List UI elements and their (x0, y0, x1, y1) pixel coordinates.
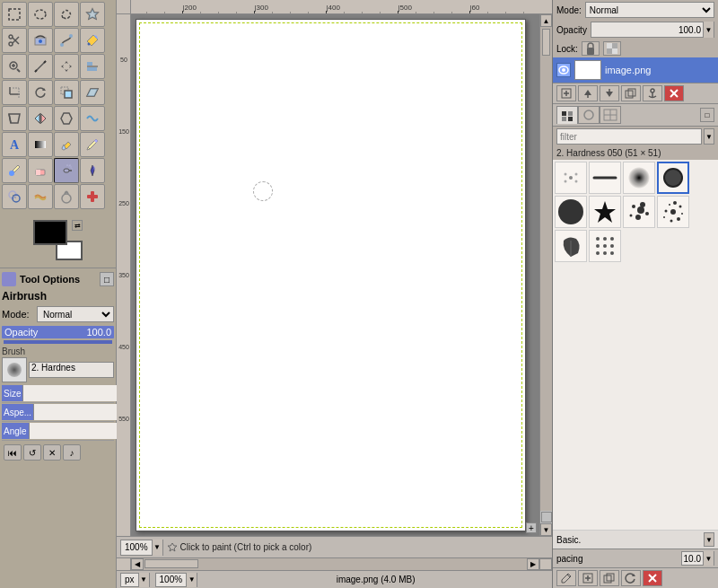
brush-cell-7[interactable] (623, 196, 655, 228)
to-reset-btn[interactable]: ⏮ (4, 444, 22, 461)
brush-preview[interactable] (2, 357, 27, 382)
layers-opacity-arrow[interactable]: ▼ (703, 22, 714, 38)
brush-edit-btn[interactable] (556, 570, 576, 586)
tool-perspective[interactable] (2, 106, 27, 131)
brush-tab-pattern[interactable] (600, 106, 621, 124)
swap-colors[interactable]: ⇄ (72, 220, 83, 231)
layer-item[interactable]: image.png (553, 57, 718, 83)
layer-duplicate-btn[interactable] (621, 85, 641, 101)
tool-ellipse-select[interactable] (28, 2, 53, 27)
layers-mode-select[interactable]: Normal Dissolve Multiply (585, 2, 714, 18)
h-scroll-track[interactable] (144, 558, 527, 570)
tool-move[interactable] (54, 54, 79, 79)
tool-eraser[interactable] (28, 158, 53, 183)
tool-heal[interactable] (80, 184, 105, 209)
mode-select[interactable]: Normal Dissolve Multiply (37, 306, 114, 322)
fg-color-swatch[interactable] (33, 220, 67, 245)
brush-cell-2[interactable] (589, 162, 621, 194)
unit-selector[interactable]: px ▼ (120, 573, 150, 587)
brush-filter-dropdown[interactable]: ▼ (704, 128, 714, 145)
to-refresh-btn[interactable]: ↺ (23, 444, 41, 461)
tool-dodge[interactable] (54, 184, 79, 209)
layer-anchor-btn[interactable] (643, 85, 662, 101)
tool-fuzzy-select[interactable] (80, 2, 105, 27)
brush-cell-4[interactable] (657, 162, 689, 194)
tool-clone[interactable] (2, 184, 27, 209)
layer-new-btn[interactable] (556, 85, 576, 101)
scrollbar-resize[interactable] (541, 512, 552, 522)
unit-dropdown[interactable]: ▼ (138, 573, 149, 587)
h-scroll-left-btn[interactable]: ◀ (131, 558, 144, 570)
opacity-row[interactable]: Opacity 100.0 (2, 326, 114, 338)
brush-filter-input[interactable] (556, 128, 702, 145)
tool-shear[interactable] (80, 80, 105, 105)
tool-zoom[interactable] (2, 54, 27, 79)
tool-ink[interactable] (80, 158, 105, 183)
spacing-field[interactable]: 10.0 ▼ (681, 551, 714, 566)
layers-opacity-field[interactable]: 100.0 ▼ (591, 22, 714, 38)
tool-lasso[interactable] (54, 2, 79, 27)
zoom-footer-dropdown[interactable]: ▼ (186, 573, 197, 587)
zoom-dropdown-btn[interactable]: ▼ (152, 540, 162, 556)
tool-bucket[interactable] (54, 132, 79, 157)
svg-point-125 (565, 173, 567, 176)
zoom-display[interactable]: 100% ▼ (120, 540, 163, 556)
tool-options-collapse-btn[interactable]: □ (100, 272, 114, 286)
h-scroll-right-btn[interactable]: ▶ (527, 558, 539, 570)
lock-pixels-btn[interactable] (582, 41, 600, 56)
scrollbar-thumb[interactable] (542, 29, 550, 56)
svg-point-120 (584, 110, 593, 119)
canvas-wrapper[interactable]: + (131, 14, 539, 536)
tool-foreground-select[interactable] (28, 28, 53, 53)
brush-duplicate-btn[interactable] (600, 570, 619, 586)
layer-delete-btn[interactable] (664, 85, 684, 101)
tool-flip[interactable] (28, 106, 53, 131)
tool-warp[interactable] (80, 106, 105, 131)
layer-up-btn[interactable] (578, 85, 598, 101)
tool-pencil[interactable] (80, 132, 105, 157)
to-delete-btn[interactable]: ✕ (43, 444, 61, 461)
tool-measure[interactable] (28, 54, 53, 79)
brush-name-field[interactable]: 2. Hardnes (29, 362, 114, 378)
brush-tab-all[interactable] (556, 106, 578, 124)
tool-smudge[interactable] (28, 184, 53, 209)
layer-visibility-btn[interactable] (556, 63, 571, 77)
tool-scale[interactable] (54, 80, 79, 105)
tool-rect-select[interactable] (2, 2, 27, 27)
brush-cell-6[interactable] (589, 196, 621, 228)
tool-paintbrush[interactable] (2, 158, 27, 183)
to-save-btn[interactable]: ♪ (63, 444, 81, 461)
tool-paths[interactable] (54, 28, 79, 53)
brush-cell-9[interactable] (555, 230, 587, 262)
lock-alpha-btn[interactable] (603, 41, 621, 56)
spacing-arrow[interactable]: ▼ (703, 551, 714, 566)
brush-cell-3[interactable] (623, 162, 655, 194)
brush-category-dropdown[interactable]: ▼ (704, 532, 714, 547)
tool-cage[interactable] (54, 106, 79, 131)
scrollbar-right[interactable]: ▲ ▼ (539, 14, 552, 536)
brush-cell-5[interactable] (555, 196, 587, 228)
brush-delete-btn[interactable] (643, 570, 662, 586)
brush-panel-expand[interactable]: □ (700, 108, 714, 122)
scrollbar-track[interactable] (540, 27, 552, 511)
tool-color-picker[interactable] (80, 28, 105, 53)
tool-scissors[interactable] (2, 28, 27, 53)
zoom-footer[interactable]: 100% ▼ (155, 573, 198, 587)
tool-airbrush[interactable] (54, 158, 79, 183)
tool-rotate[interactable] (28, 80, 53, 105)
brush-new-btn[interactable] (578, 570, 598, 586)
tool-crop[interactable] (2, 80, 27, 105)
h-scroll-thumb[interactable] (144, 559, 198, 568)
brush-cell-1[interactable] (555, 162, 587, 194)
brush-cell-8[interactable] (657, 196, 689, 228)
scrollbar-up-btn[interactable]: ▲ (540, 14, 552, 27)
scrollbar-down-btn[interactable]: ▼ (540, 523, 552, 536)
brush-cell-10[interactable] (589, 230, 621, 262)
layer-down-btn[interactable] (600, 85, 619, 101)
brush-tab-color[interactable] (578, 106, 600, 124)
tool-text[interactable]: A (2, 132, 27, 157)
opacity-slider[interactable] (4, 340, 112, 344)
tool-align[interactable] (80, 54, 105, 79)
tool-blend[interactable] (28, 132, 53, 157)
brush-refresh-btn[interactable] (621, 570, 641, 586)
